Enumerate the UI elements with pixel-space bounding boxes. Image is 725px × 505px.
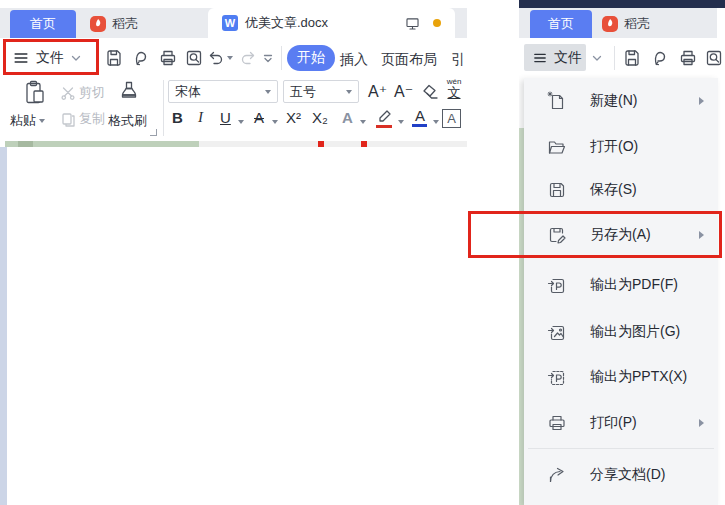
text-effects-caret[interactable] (360, 120, 366, 124)
pinyin-guide-button[interactable]: wén 文 (443, 78, 465, 100)
superscript-button[interactable]: X² (286, 109, 301, 126)
font-size-caret (346, 90, 352, 94)
italic-label: I (198, 109, 203, 126)
ribbon-tab-insert[interactable]: 插入 (340, 51, 368, 69)
underline-button[interactable]: U (220, 109, 231, 126)
font-size-value: 五号 (290, 83, 316, 101)
grow-font-label: A⁺ (368, 82, 387, 101)
tab-docer-right[interactable]: 稻壳 (602, 10, 650, 38)
copy-icon (60, 111, 76, 127)
save-icon[interactable] (622, 48, 642, 68)
file-chevron-down-icon[interactable] (591, 52, 603, 64)
ribbon-tab-reference-partial[interactable]: 引 (451, 51, 467, 69)
document-left-margin-strip (0, 147, 7, 505)
menu-item-label: 保存(S) (590, 181, 637, 199)
file-menu-label-right: 文件 (554, 49, 582, 67)
print-icon[interactable] (158, 48, 178, 68)
strikethrough-label: A (254, 109, 264, 126)
docer-flame-icon (602, 16, 618, 32)
highlighter-icon (376, 108, 394, 124)
scissors-icon (60, 85, 76, 101)
clear-format-icon[interactable] (419, 82, 439, 102)
menu-item-new[interactable]: 新建(N) (524, 78, 718, 124)
hamburger-icon (532, 50, 548, 66)
open-folder-icon (546, 136, 568, 158)
save-icon[interactable] (104, 48, 124, 68)
text-effects-button[interactable]: A (342, 109, 353, 126)
text-effects-label: A (342, 109, 353, 126)
ribbon-tab-start[interactable]: 开始 (287, 45, 335, 71)
export-pdf-quick-icon[interactable] (131, 48, 151, 68)
print-icon[interactable] (678, 48, 698, 68)
menu-item-open[interactable]: 打开(O) (524, 124, 718, 170)
copy-button: 复制 (60, 110, 105, 128)
menu-item-label: 新建(N) (590, 92, 637, 110)
font-color-caret[interactable] (433, 120, 439, 124)
cut-label: 剪切 (79, 84, 105, 102)
bold-label: B (172, 109, 183, 126)
font-family-caret (265, 90, 271, 94)
clipboard-group-launcher[interactable] (150, 129, 157, 136)
subscript-button[interactable]: X₂ (312, 109, 328, 126)
export-pdf-quick-icon[interactable] (650, 48, 670, 68)
submenu-arrow-icon (699, 419, 704, 427)
underline-caret[interactable] (238, 120, 244, 124)
document-tab[interactable]: W 优美文章.docx (208, 8, 455, 38)
menu-item-export-image[interactable]: 输出为图片(G) (524, 309, 718, 355)
file-dropdown-menu: 新建(N) 打开(O) 保存(S) 另存为(A) (524, 78, 718, 505)
ribbon-tab-insert-label: 插入 (340, 51, 368, 67)
menu-item-export-pdf[interactable]: 输出为PDF(F) (524, 262, 718, 308)
font-family-combo[interactable]: 宋体 (168, 80, 278, 103)
undo-icon[interactable] (206, 48, 226, 68)
menu-separator (528, 448, 714, 449)
menu-item-print[interactable]: 打印(P) (524, 400, 718, 446)
export-image-icon (546, 321, 568, 343)
annotation-box-file (3, 39, 99, 75)
tab-home-right[interactable]: 首页 (530, 10, 592, 38)
document-canvas[interactable] (0, 147, 467, 505)
tab-docer[interactable]: 稻壳 (90, 10, 138, 38)
paste-dropdown-caret (39, 119, 45, 123)
toolbar-separator (614, 46, 615, 70)
export-pdf-icon (546, 274, 568, 296)
toolbar-separator (281, 46, 282, 70)
menu-item-save[interactable]: 保存(S) (524, 168, 718, 212)
italic-button[interactable]: I (198, 109, 203, 126)
ribbon-tab-page-layout[interactable]: 页面布局 (381, 51, 437, 69)
strikethrough-caret[interactable] (272, 120, 278, 124)
tab-home-right-label: 首页 (548, 15, 574, 33)
save-icon (546, 179, 568, 201)
char-border-label: A (447, 111, 456, 126)
print-preview-icon[interactable] (704, 48, 724, 68)
highlight-button[interactable] (376, 108, 394, 128)
file-menu-button-pressed[interactable]: 文件 (524, 44, 586, 71)
font-color-label: A (415, 107, 425, 124)
collapse-ribbon-icon[interactable] (260, 50, 276, 66)
new-document-icon (546, 90, 568, 112)
menu-item-share[interactable]: 分享文档(D) (524, 452, 718, 498)
strikethrough-button[interactable]: A (254, 109, 264, 126)
font-size-combo[interactable]: 五号 (283, 80, 359, 103)
char-border-button[interactable]: A (442, 109, 461, 128)
print-preview-icon[interactable] (184, 48, 204, 68)
annotation-box-save-as (468, 211, 722, 258)
group-separator (163, 80, 164, 136)
tab-home[interactable]: 首页 (10, 10, 76, 38)
tab-docer-right-label: 稻壳 (624, 15, 650, 33)
bold-button[interactable]: B (172, 109, 183, 126)
grow-font-button[interactable]: A⁺ (368, 82, 387, 101)
unsaved-indicator-dot (433, 19, 441, 27)
shrink-font-button[interactable]: A⁻ (394, 82, 413, 101)
menu-item-export-pptx[interactable]: 输出为PPTX(X) (524, 354, 718, 400)
format-painter-icon[interactable] (116, 79, 142, 107)
paste-icon[interactable] (22, 79, 48, 107)
paste-button[interactable]: 粘贴 (10, 112, 45, 130)
format-painter-button[interactable]: 格式刷 (108, 112, 147, 130)
highlight-caret[interactable] (398, 120, 404, 124)
monitor-icon (404, 15, 421, 32)
share-icon (546, 464, 568, 486)
export-pptx-icon (546, 366, 568, 388)
undo-dropdown-caret[interactable] (227, 56, 233, 60)
font-color-button[interactable]: A (412, 107, 428, 127)
printer-icon (546, 412, 568, 434)
